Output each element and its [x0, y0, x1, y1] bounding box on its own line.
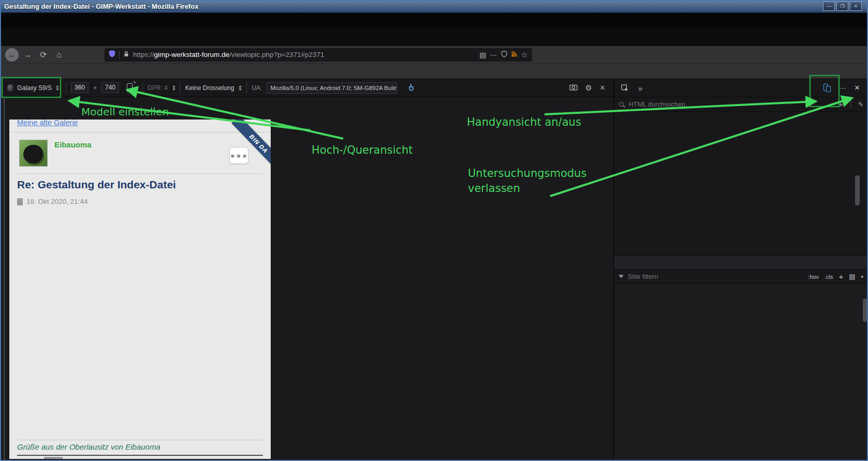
reader-mode-icon[interactable]: ▤	[479, 51, 486, 58]
mobile-viewport: Meine alte Galerie Eibauoma ■ ■ ■ BIN DA…	[9, 120, 271, 459]
device-icon	[7, 84, 13, 92]
html-search-placeholder: HTML durchsuchen	[629, 101, 685, 108]
rdm-close-icon[interactable]: ×	[600, 83, 605, 93]
add-node-icon[interactable]: +	[838, 100, 843, 109]
post-date-row: 18. Okt 2020, 21:44	[17, 198, 88, 205]
bookmark-star-icon[interactable]: ☆	[521, 51, 528, 58]
html-tree	[614, 112, 868, 256]
window-title: Gestaltung der Index-Datei - GIMP-Werkst…	[4, 3, 198, 10]
tracking-shield-icon[interactable]	[109, 50, 115, 60]
home-button[interactable]: ⌂	[53, 50, 65, 60]
devtools-meatball-menu-icon[interactable]: ⋯	[839, 84, 846, 92]
devtools-close-icon[interactable]: ×	[855, 83, 860, 93]
touch-simulation-icon[interactable]	[408, 83, 415, 93]
more-tools-chevron-icon[interactable]: »	[633, 79, 648, 97]
urlbar-divider	[119, 51, 120, 59]
filter-funnel-icon	[619, 275, 624, 278]
class-toggle[interactable]: .cls	[825, 274, 833, 280]
select-carets-icon	[56, 85, 59, 91]
rotate-viewport-icon[interactable]	[127, 83, 133, 92]
responsive-mode-toggle-icon[interactable]	[823, 84, 831, 92]
menubar	[0, 13, 868, 27]
style-filter-placeholder: Stile filtern	[628, 273, 658, 280]
user-agent-input[interactable]: Mozilla/5.0 (Linux; Android 7.0; SM-G892…	[267, 82, 397, 94]
signature-divider	[17, 440, 263, 440]
ua-label: UA:	[252, 84, 262, 92]
rdm-toolbar: Galaxy S9/S... 360 × 740 DPR: 4 Keine Dr…	[0, 79, 613, 97]
tree-scrollbar[interactable]	[855, 175, 860, 205]
html-search-bar[interactable]: HTML durchsuchen + ✎	[614, 97, 868, 112]
device-name: Galaxy S9/S...	[17, 84, 52, 92]
tab-strip	[0, 27, 868, 46]
lock-icon[interactable]	[123, 50, 129, 60]
divider	[9, 132, 271, 132]
device-selector[interactable]: Galaxy S9/S...	[5, 84, 61, 92]
shield-check-icon[interactable]	[501, 50, 507, 60]
signature-underline	[17, 455, 263, 456]
minimize-button[interactable]: —	[823, 2, 835, 11]
css-rules-panel	[614, 284, 868, 461]
content-area: Galaxy S9/S... 360 × 740 DPR: 4 Keine Dr…	[0, 79, 868, 461]
throttling-selector[interactable]: Keine Drosselung	[185, 84, 234, 92]
responsive-design-area: Galaxy S9/S... 360 × 740 DPR: 4 Keine Dr…	[0, 79, 613, 461]
forward-button[interactable]: →	[22, 50, 34, 60]
gallery-link[interactable]: Meine alte Galerie	[17, 120, 78, 127]
reload-button[interactable]: ⟳	[37, 50, 50, 60]
dimension-times: ×	[93, 84, 97, 92]
page-actions-icon[interactable]: ⋯	[490, 51, 497, 58]
hover-toggle[interactable]: :hov	[808, 274, 819, 280]
inspector-breadcrumb	[614, 256, 868, 269]
search-icon	[619, 101, 625, 108]
style-filter-bar[interactable]: Stile filtern :hov .cls + ▤ ▾	[614, 269, 868, 284]
pick-element-icon[interactable]	[617, 79, 633, 97]
devtools-panel: » ⋯ × HTML durchsuchen + ✎ Stile filtern	[613, 79, 868, 461]
dpr-carets-icon	[172, 85, 175, 91]
screenshot-camera-icon[interactable]	[569, 84, 578, 92]
back-button[interactable]: ←	[5, 48, 19, 62]
bookmarks-toolbar	[0, 63, 868, 79]
url-text[interactable]: https://gimp-werkstatt-forum.de/viewtopi…	[133, 51, 476, 58]
post-date: 18. Okt 2020, 21:44	[26, 198, 88, 205]
rss-icon[interactable]	[511, 50, 518, 60]
post-icon	[17, 198, 23, 205]
print-media-icon[interactable]: ▤	[849, 273, 855, 280]
maximize-button[interactable]: ❐	[836, 2, 848, 11]
post-menu-button[interactable]: ■ ■ ■	[229, 147, 248, 164]
user-avatar[interactable]	[19, 140, 48, 167]
panel-caret-icon[interactable]: ▾	[861, 274, 863, 279]
post-title: Re: Gestaltung der Index-Datei	[17, 179, 176, 191]
throttle-carets-icon	[239, 85, 242, 91]
close-button[interactable]: ×	[850, 2, 862, 11]
devtools-tabbar: » ⋯ ×	[614, 79, 868, 97]
divider	[17, 173, 263, 174]
next-element-stub	[44, 457, 63, 459]
navigation-toolbar: ← → ⟳ ⌂ https://gimp-werkstatt-forum.de/…	[0, 46, 868, 63]
post-signature: Grüße aus der Oberlausitz von Eibauoma	[17, 442, 160, 451]
eyedropper-icon[interactable]: ✎	[858, 101, 863, 108]
viewport-height-input[interactable]: 740	[101, 82, 119, 93]
rdm-settings-gear-icon[interactable]: ⚙	[585, 83, 592, 93]
viewport-frame-line	[4, 97, 5, 460]
dpr-selector[interactable]: DPR: 4	[148, 84, 168, 92]
post-username[interactable]: Eibauoma	[54, 140, 92, 149]
window-controls: — ❐ ×	[823, 2, 862, 11]
rules-scrollbar[interactable]	[863, 299, 867, 322]
add-rule-icon[interactable]: +	[838, 272, 843, 281]
url-bar[interactable]: https://gimp-werkstatt-forum.de/viewtopi…	[105, 48, 532, 62]
window-titlebar[interactable]: Gestaltung der Index-Datei - GIMP-Werkst…	[0, 0, 868, 13]
viewport-width-input[interactable]: 360	[71, 82, 89, 93]
